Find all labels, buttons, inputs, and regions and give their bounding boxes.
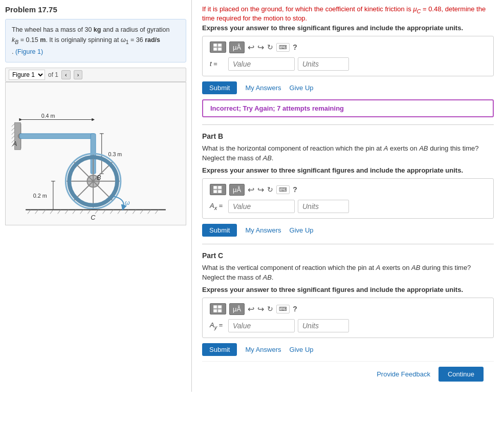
part-a-give-up-button[interactable]: Give Up <box>290 84 314 92</box>
keyboard-c[interactable]: ⌨ <box>276 305 290 313</box>
footer-bar: Provide Feedback Continue <box>202 361 494 387</box>
dim-04m: 0.4 m <box>41 113 55 119</box>
svg-rect-59 <box>218 309 222 312</box>
svg-line-41 <box>110 210 113 214</box>
svg-line-36 <box>73 210 76 214</box>
incorrect-message: Incorrect; Try Again; 7 attempts remaini… <box>202 99 494 117</box>
svg-rect-51 <box>218 48 222 51</box>
part-a-condition: If it is placed on the ground, for which… <box>202 5 494 22</box>
figure-next-button[interactable]: › <box>74 70 83 79</box>
svg-line-30 <box>28 210 31 214</box>
part-c-value-input[interactable] <box>228 319 295 332</box>
svg-rect-58 <box>213 309 217 312</box>
svg-line-35 <box>65 210 68 214</box>
svg-rect-57 <box>218 305 222 308</box>
part-c-give-up-button[interactable]: Give Up <box>290 346 314 353</box>
svg-rect-56 <box>213 305 217 308</box>
part-a-toolbar: μÅ ↩ ↪ ↻ ⌨ ? <box>210 41 486 53</box>
redo-arrow-b[interactable]: ↪ <box>257 185 264 195</box>
svg-line-5 <box>12 136 15 139</box>
svg-rect-53 <box>218 186 222 189</box>
continue-button[interactable]: Continue <box>439 367 484 382</box>
help-a[interactable]: ? <box>293 43 297 51</box>
part-c-my-answers-button[interactable]: My Answers <box>245 346 281 353</box>
part-c-submit-button[interactable]: Submit <box>202 343 237 356</box>
part-a-my-answers-button[interactable]: My Answers <box>245 84 281 92</box>
figure-select[interactable]: Figure 1 <box>9 70 45 80</box>
part-a-units-input[interactable] <box>298 57 349 71</box>
divider-bc <box>202 244 494 244</box>
svg-line-33 <box>50 210 53 214</box>
svg-rect-49 <box>218 44 222 47</box>
left-panel: Problem 17.75 The wheel has a mass of 30… <box>0 0 192 392</box>
dim-03m: 0.3 m <box>108 151 122 157</box>
svg-rect-10 <box>19 134 95 139</box>
part-b-express: Express your answer to three significant… <box>202 166 494 174</box>
part-c-description: What is the vertical component of reacti… <box>202 263 494 283</box>
figure-link[interactable]: (Figure 1) <box>15 48 43 55</box>
svg-line-42 <box>118 210 121 214</box>
part-b-units-input[interactable] <box>298 200 349 213</box>
part-c-title: Part C <box>202 251 494 260</box>
undo-arrow-c[interactable]: ↩ <box>248 304 254 314</box>
undo-arrow-a[interactable]: ↩ <box>248 43 254 52</box>
refresh-c[interactable]: ↻ <box>267 305 273 313</box>
matrix-button-c[interactable] <box>210 303 226 314</box>
help-c[interactable]: ? <box>293 305 297 313</box>
part-b-value-input[interactable] <box>228 200 295 213</box>
figure-of-text: of 1 <box>48 71 58 78</box>
redo-arrow-a[interactable]: ↪ <box>257 43 264 52</box>
part-b-label: Ax = <box>210 202 225 211</box>
part-a-value-input[interactable] <box>228 57 295 71</box>
label-c: C <box>91 214 96 221</box>
part-a-express: Express your answer to three significant… <box>202 24 494 32</box>
label-a: A <box>12 140 17 148</box>
svg-line-34 <box>58 210 61 214</box>
svg-line-37 <box>80 210 83 214</box>
part-c-toolbar: μÅ ↩ ↪ ↻ ⌨ ? <box>210 303 486 315</box>
svg-rect-54 <box>213 190 217 193</box>
help-b[interactable]: ? <box>293 185 297 194</box>
svg-line-39 <box>95 210 98 214</box>
refresh-b[interactable]: ↻ <box>267 185 273 194</box>
part-b-submit-button[interactable]: Submit <box>202 224 237 237</box>
figure-canvas: A 0.4 m <box>5 82 186 225</box>
svg-rect-52 <box>213 186 217 189</box>
svg-line-44 <box>133 210 136 214</box>
divider-ab <box>202 124 494 125</box>
svg-line-31 <box>35 210 38 214</box>
part-a-submit-button[interactable]: Submit <box>202 81 237 94</box>
figure-prev-button[interactable]: ‹ <box>61 70 71 79</box>
keyboard-a[interactable]: ⌨ <box>276 43 290 52</box>
redo-arrow-c[interactable]: ↪ <box>257 304 264 314</box>
refresh-a[interactable]: ↻ <box>267 43 273 51</box>
part-c-answer-box: μÅ ↩ ↪ ↻ ⌨ ? Ay = <box>202 298 494 338</box>
matrix-button-a[interactable] <box>210 41 226 53</box>
part-b-actions: Submit My Answers Give Up <box>202 224 494 237</box>
keyboard-b[interactable]: ⌨ <box>276 185 290 194</box>
part-c-express: Express your answer to three significant… <box>202 286 494 293</box>
dim-02m: 0.2 m <box>33 193 47 199</box>
part-c-units-input[interactable] <box>298 319 349 332</box>
svg-line-40 <box>103 210 106 214</box>
mu-button-b[interactable]: μÅ <box>229 184 245 196</box>
part-c-actions: Submit My Answers Give Up <box>202 343 494 356</box>
mu-button-a[interactable]: μÅ <box>229 41 245 53</box>
part-b-description: What is the horizontal component of reac… <box>202 143 494 163</box>
part-b-input-row: Ax = <box>210 200 486 213</box>
matrix-button-b[interactable] <box>210 184 226 195</box>
problem-text: The wheel has a mass of 30 kg and a radi… <box>12 26 170 55</box>
part-c-input-row: Ay = <box>210 319 486 332</box>
part-b-title: Part B <box>202 132 494 140</box>
part-a-answer-box: μÅ ↩ ↪ ↻ ⌨ ? t = <box>202 36 494 76</box>
part-a-label: t = <box>210 60 225 68</box>
svg-line-45 <box>140 210 143 214</box>
mu-button-c[interactable]: μÅ <box>229 303 245 315</box>
part-b-my-answers-button[interactable]: My Answers <box>245 226 281 234</box>
part-a-input-row: t = <box>210 57 486 71</box>
provide-feedback-link[interactable]: Provide Feedback <box>377 370 430 378</box>
part-a-actions: Submit My Answers Give Up <box>202 81 494 94</box>
svg-line-46 <box>148 210 151 214</box>
undo-arrow-b[interactable]: ↩ <box>248 185 254 195</box>
part-b-give-up-button[interactable]: Give Up <box>290 226 314 234</box>
